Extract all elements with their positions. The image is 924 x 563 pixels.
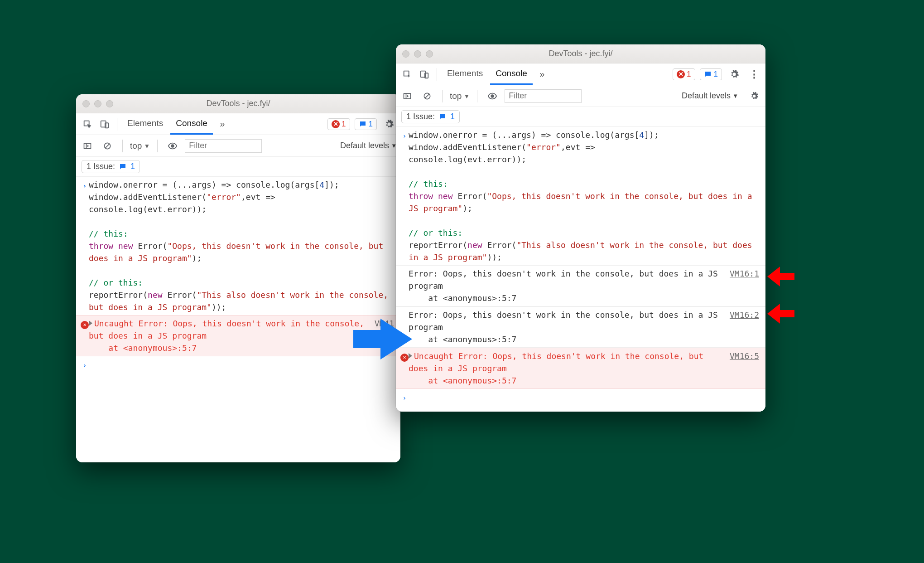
error-text: Uncaught Error: Oops, this doesn't work … (89, 319, 369, 340)
filter-input[interactable] (505, 89, 582, 103)
issues-count: 1 (450, 112, 455, 121)
tabbar: Elements Console » ✕1 1 (76, 113, 400, 135)
divider (437, 68, 437, 81)
tab-elements[interactable]: Elements (442, 63, 488, 85)
source-link[interactable]: VM16:2 (724, 309, 759, 345)
context-selector[interactable]: top ▼ (130, 141, 150, 151)
gear-icon[interactable] (381, 116, 397, 132)
devtools-window-right: DevTools - jec.fyi/ Elements Console » ✕… (396, 44, 765, 412)
tab-console[interactable]: Console (490, 63, 533, 85)
filter-input[interactable] (185, 139, 262, 153)
console-body: › window.onerror = (...args) => console.… (76, 177, 400, 462)
log-stack: at <anonymous>:5:7 (409, 335, 516, 344)
levels-selector[interactable]: Default levels ▼ (340, 141, 397, 150)
traffic-lights (82, 100, 113, 107)
code-block: window.onerror = (...args) => console.lo… (409, 129, 759, 263)
red-arrow-icon (767, 304, 794, 324)
console-input-entry: › window.onerror = (...args) => console.… (76, 177, 400, 315)
issue-badge[interactable]: 1 (355, 118, 377, 130)
live-expression-icon[interactable] (165, 138, 180, 154)
console-error[interactable]: ✕ Uncaught Error: Oops, this doesn't wor… (396, 348, 765, 389)
divider (157, 140, 158, 152)
prompt-icon: › (81, 358, 89, 372)
blue-arrow-icon (353, 316, 412, 362)
error-badge[interactable]: ✕1 (327, 118, 350, 130)
error-stack: at <anonymous>:5:7 (409, 376, 516, 385)
issues-bar: 1 Issue: 1 (76, 157, 400, 177)
issue-badge[interactable]: 1 (700, 68, 722, 80)
error-icon: ✕ (81, 317, 89, 354)
traffic-lights (402, 50, 433, 58)
minimize-dot[interactable] (414, 50, 421, 58)
window-title: DevTools - jec.fyi/ (76, 99, 400, 108)
titlebar: DevTools - jec.fyi/ (396, 44, 765, 63)
console-prompt[interactable]: › (396, 389, 765, 406)
issues-pill[interactable]: 1 Issue: 1 (82, 160, 140, 173)
issues-pill[interactable]: 1 Issue: 1 (401, 110, 460, 123)
inspect-icon[interactable] (399, 67, 415, 82)
svg-point-4 (171, 144, 174, 147)
zoom-dot[interactable] (426, 50, 433, 58)
tabbar: Elements Console » ✕1 1 ⋮ (396, 63, 765, 85)
issues-label: 1 Issue: (87, 162, 115, 171)
error-badge[interactable]: ✕1 (673, 68, 695, 80)
inspect-icon[interactable] (80, 116, 95, 132)
console-prompt[interactable]: › (76, 356, 400, 374)
clear-icon[interactable] (100, 138, 115, 154)
error-count: 1 (342, 120, 346, 129)
log-text: Error: Oops, this doesn't work in the co… (409, 310, 723, 332)
divider (122, 140, 123, 152)
tab-console[interactable]: Console (170, 113, 213, 135)
window-title: DevTools - jec.fyi/ (396, 49, 765, 58)
error-count: 1 (687, 70, 691, 79)
divider (477, 90, 477, 102)
issue-count-top: 1 (714, 70, 718, 79)
zoom-dot[interactable] (106, 100, 113, 107)
source-link[interactable]: VM16:1 (724, 267, 759, 304)
issues-count: 1 (130, 162, 135, 171)
log-text: Error: Oops, this doesn't work in the co… (409, 269, 723, 291)
svg-point-9 (491, 94, 494, 97)
tabs-overflow-icon[interactable]: » (215, 116, 230, 132)
issues-label: 1 Issue: (406, 112, 435, 121)
devtools-window-left: DevTools - jec.fyi/ Elements Console » ✕… (76, 94, 400, 462)
prompt-icon: › (400, 129, 409, 263)
sidebar-toggle-icon[interactable] (399, 88, 415, 104)
red-arrow-icon (767, 267, 794, 286)
minimize-dot[interactable] (94, 100, 101, 107)
levels-selector[interactable]: Default levels ▼ (682, 91, 738, 101)
sidebar-toggle-icon[interactable] (80, 138, 95, 154)
live-expression-icon[interactable] (485, 88, 500, 104)
close-dot[interactable] (82, 100, 90, 107)
expand-arrow-icon[interactable] (89, 320, 92, 326)
console-error[interactable]: ✕ Uncaught Error: Oops, this doesn't wor… (76, 315, 400, 356)
context-selector[interactable]: top ▼ (450, 91, 470, 101)
error-text: Uncaught Error: Oops, this doesn't work … (409, 351, 708, 373)
error-stack: at <anonymous>:5:7 (89, 343, 197, 353)
gear-icon[interactable] (727, 67, 742, 82)
tabs-overflow-icon[interactable]: » (534, 67, 550, 82)
divider (117, 118, 117, 131)
console-log[interactable]: Error: Oops, this doesn't work in the co… (396, 265, 765, 306)
console-input-entry: › window.onerror = (...args) => console.… (396, 127, 765, 265)
console-log[interactable]: Error: Oops, this doesn't work in the co… (396, 306, 765, 348)
tab-elements[interactable]: Elements (122, 113, 168, 135)
console-body: › window.onerror = (...args) => console.… (396, 127, 765, 412)
divider (442, 90, 443, 102)
device-toggle-icon[interactable] (417, 67, 432, 82)
close-dot[interactable] (402, 50, 409, 58)
gear-icon[interactable] (746, 88, 762, 104)
issue-count-top: 1 (369, 120, 373, 129)
source-link[interactable]: VM16:5 (724, 350, 759, 387)
code-block: window.onerror = (...args) => console.lo… (89, 179, 394, 313)
prompt-icon: › (400, 391, 409, 404)
titlebar: DevTools - jec.fyi/ (76, 94, 400, 113)
kebab-icon[interactable]: ⋮ (746, 67, 762, 82)
clear-icon[interactable] (419, 88, 435, 104)
device-toggle-icon[interactable] (97, 116, 112, 132)
console-toolbar: top ▼ Default levels ▼ (76, 135, 400, 157)
log-stack: at <anonymous>:5:7 (409, 293, 516, 303)
prompt-icon: › (81, 179, 89, 313)
issues-bar: 1 Issue: 1 (396, 107, 765, 127)
console-toolbar: top ▼ Default levels ▼ (396, 85, 765, 107)
